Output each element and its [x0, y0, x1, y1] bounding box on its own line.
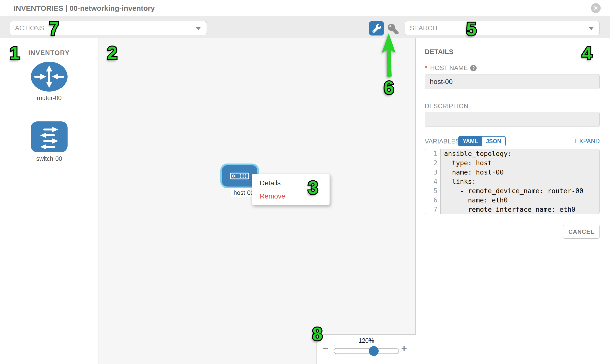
annotation-7: 7	[49, 20, 59, 38]
zoom-control: 120% − +	[316, 334, 416, 364]
annotation-1: 1	[10, 44, 20, 62]
annotation-8: 8	[312, 325, 322, 343]
search-dropdown-label: SEARCH	[410, 25, 437, 32]
annotation-3: 3	[308, 179, 318, 197]
host-icon	[230, 173, 249, 180]
cancel-button[interactable]: CANCEL	[563, 225, 600, 239]
line-number: 5	[425, 186, 441, 195]
expand-link[interactable]: EXPAND	[575, 138, 600, 145]
inventory-sidebar: INVENTORY router-00	[0, 38, 98, 364]
host-name-label: * HOST NAME ?	[425, 64, 477, 72]
chevron-down-icon	[196, 27, 201, 30]
switch-icon	[31, 121, 67, 152]
toggle-yaml[interactable]: YAML	[459, 137, 482, 146]
chevron-down-icon	[589, 27, 594, 30]
line-number: 3	[425, 168, 441, 177]
variables-editor[interactable]: 1ansible_topology: 2 type: host 3 name: …	[425, 149, 600, 214]
sidebar-item-label: switch-00	[0, 155, 98, 162]
host-name-input[interactable]	[425, 74, 600, 89]
zoom-out-button[interactable]: −	[322, 343, 328, 354]
wrench-icon	[372, 24, 381, 33]
details-title: DETAILS	[425, 48, 454, 56]
header: INVENTORIES | 00-networking-inventory ✕	[0, 0, 610, 16]
line-number: 7	[425, 205, 441, 214]
toggle-json[interactable]: JSON	[482, 137, 505, 146]
details-panel: DETAILS * HOST NAME ? DESCRIPTION VARIAB…	[416, 38, 610, 364]
zoom-slider-track[interactable]	[334, 348, 399, 354]
code-line: name: host-00	[441, 168, 504, 177]
code-line: links:	[441, 177, 476, 186]
code-line: ansible_topology:	[441, 149, 512, 158]
sidebar-item-router[interactable]: router-00	[0, 62, 98, 102]
actions-dropdown-label: ACTIONS	[15, 25, 44, 32]
code-line: name: eth0	[441, 195, 508, 205]
description-label: DESCRIPTION	[425, 102, 468, 110]
yaml-json-toggle: YAML JSON	[458, 136, 506, 146]
variables-row: VARIABLES ? YAML JSON EXPAND	[425, 136, 600, 146]
code-line: remote_interface_name: eth0	[441, 205, 575, 214]
search-dropdown[interactable]: SEARCH	[405, 21, 600, 35]
required-asterisk: *	[425, 64, 427, 72]
close-icon[interactable]: ✕	[591, 3, 601, 13]
topology-canvas[interactable]: host-00 Details Remove 120% − +	[98, 38, 416, 364]
line-number: 6	[425, 195, 441, 205]
page-title: INVENTORIES | 00-networking-inventory	[14, 4, 155, 13]
toolbar: ACTIONS SEARCH	[0, 16, 610, 38]
annotation-5: 5	[466, 20, 476, 38]
key-button[interactable]	[388, 24, 399, 34]
annotation-4: 4	[582, 44, 592, 62]
help-icon[interactable]: ?	[470, 65, 477, 71]
router-icon	[31, 62, 67, 91]
line-number: 2	[425, 158, 441, 168]
sidebar-item-switch[interactable]: switch-00	[0, 121, 98, 162]
code-line: type: host	[441, 158, 492, 168]
code-line: - remote_device_name: router-00	[441, 186, 583, 195]
annotation-6: 6	[384, 79, 394, 97]
zoom-slider-thumb[interactable]	[369, 346, 379, 356]
app-window: INVENTORIES | 00-networking-inventory ✕ …	[0, 0, 610, 364]
line-number: 4	[425, 177, 441, 186]
sidebar-item-label: router-00	[0, 94, 98, 102]
green-up-arrow-icon	[381, 33, 397, 77]
zoom-level: 120%	[317, 337, 416, 344]
annotation-2: 2	[107, 44, 117, 62]
description-input[interactable]	[425, 112, 600, 127]
zoom-in-button[interactable]: +	[401, 343, 407, 354]
key-icon	[388, 24, 399, 34]
actions-dropdown[interactable]: ACTIONS	[10, 21, 207, 35]
line-number: 1	[425, 149, 441, 158]
